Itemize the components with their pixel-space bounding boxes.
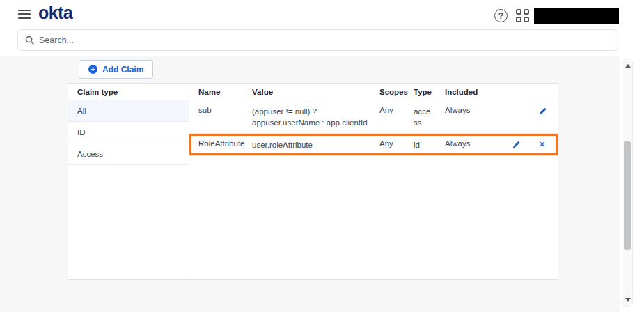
scroll-up-icon[interactable] (625, 64, 631, 68)
menu-icon[interactable] (18, 10, 31, 19)
claim-type-id[interactable]: ID (68, 122, 189, 143)
claim-row-sub: sub (appuser != null) ? appuser.userName… (189, 100, 558, 134)
claim-value: user.roleAttribute (252, 139, 379, 150)
col-name: Name (198, 88, 252, 96)
claim-type-header: Claim type (68, 84, 189, 100)
claim-actions: ✕ (494, 140, 558, 149)
claim-value: (appuser != null) ? appuser.userName : a… (252, 106, 379, 128)
claim-type-access[interactable]: Access (68, 143, 189, 165)
redacted-account-info (534, 8, 619, 24)
col-included: Included (445, 88, 494, 96)
top-bar: okta ? (0, 0, 644, 28)
claims-list: Name Value Scopes Type Included sub (app… (189, 84, 558, 279)
claim-scopes: Any (379, 106, 414, 114)
claim-type-value: access (414, 106, 445, 128)
claim-row-roleattribute: RoleAttribute user.roleAttribute Any id … (189, 134, 558, 156)
content-area: + Add Claim Claim type All ID Access Nam… (0, 56, 620, 312)
claim-name: sub (198, 106, 252, 114)
col-scopes: Scopes (379, 88, 414, 96)
col-value: Value (252, 88, 379, 96)
claim-included: Always (445, 139, 494, 148)
claim-type-all[interactable]: All (68, 100, 189, 122)
vertical-scrollbar[interactable] (622, 58, 633, 307)
delete-claim-icon[interactable]: ✕ (537, 140, 547, 149)
edit-claim-icon[interactable] (537, 107, 547, 116)
scroll-down-icon[interactable] (625, 298, 631, 302)
help-icon[interactable]: ? (494, 9, 508, 22)
claim-name: RoleAttribute (198, 139, 252, 148)
col-type: Type (414, 88, 445, 96)
scrollbar-thumb[interactable] (624, 141, 631, 250)
search-icon (25, 36, 34, 45)
plus-icon: + (88, 65, 97, 74)
claim-type-panel: Claim type All ID Access (68, 84, 189, 279)
claim-scopes: Any (379, 139, 414, 148)
add-claim-label: Add Claim (102, 65, 143, 75)
claims-header-row: Name Value Scopes Type Included (189, 84, 558, 100)
claims-table: Claim type All ID Access Name Value Scop… (68, 83, 558, 280)
claim-included: Always (445, 106, 494, 114)
okta-logo[interactable]: okta (38, 3, 72, 23)
claim-actions (494, 107, 558, 116)
search-input[interactable] (39, 36, 611, 45)
claim-type-value: id (414, 139, 445, 150)
add-claim-button[interactable]: + Add Claim (79, 60, 153, 79)
edit-claim-icon[interactable] (511, 140, 520, 149)
apps-grid-icon[interactable] (516, 9, 529, 22)
search-bar (17, 29, 618, 51)
